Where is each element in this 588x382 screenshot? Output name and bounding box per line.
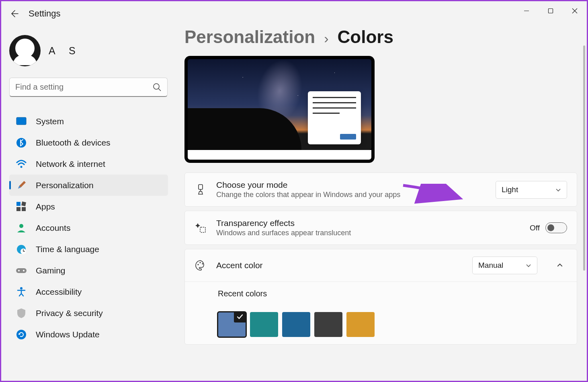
wifi-icon	[16, 158, 27, 170]
apps-icon	[16, 201, 27, 212]
mode-dropdown[interactable]: Light	[496, 181, 567, 199]
brush-icon	[195, 184, 207, 196]
sidebar-item-personalization[interactable]: Personalization	[9, 175, 168, 196]
accessibility-icon	[16, 286, 27, 298]
desktop-preview	[184, 56, 375, 163]
sidebar-item-label: Personalization	[36, 181, 94, 190]
app-title: Settings	[29, 8, 61, 19]
sidebar-item-label: Apps	[36, 202, 55, 212]
svg-rect-10	[16, 202, 20, 206]
chevron-right-icon: ›	[324, 31, 328, 46]
sidebar-item-time[interactable]: Time & language	[9, 238, 168, 260]
transparency-state: Off	[530, 224, 540, 232]
person-icon	[16, 222, 27, 234]
sidebar-item-label: Time & language	[36, 244, 99, 254]
search-box[interactable]	[9, 78, 168, 97]
avatar	[9, 35, 41, 66]
breadcrumb: Personalization › Colors	[184, 27, 577, 47]
palette-icon	[195, 259, 207, 271]
sidebar-item-label: System	[36, 117, 64, 126]
sidebar-item-accounts[interactable]: Accounts	[9, 217, 168, 238]
breadcrumb-current: Colors	[338, 27, 393, 47]
back-button[interactable]	[9, 9, 19, 18]
svg-point-4	[154, 84, 159, 89]
accent-collapse-button[interactable]	[553, 258, 567, 273]
paintbrush-icon	[16, 180, 27, 191]
svg-point-21	[16, 330, 26, 339]
svg-rect-12	[16, 207, 20, 211]
sidebar-item-label: Network & internet	[36, 159, 105, 169]
color-swatch[interactable]	[282, 312, 310, 337]
svg-rect-13	[22, 207, 26, 211]
svg-line-5	[159, 89, 161, 91]
svg-rect-17	[16, 268, 27, 273]
svg-point-24	[197, 264, 199, 265]
mode-value: Light	[502, 185, 518, 194]
breadcrumb-parent[interactable]: Personalization	[184, 27, 315, 47]
sidebar-item-bluetooth[interactable]: Bluetooth & devices	[9, 132, 168, 153]
search-icon	[153, 83, 162, 92]
user-profile[interactable]: A S	[9, 33, 168, 69]
color-swatch[interactable]	[314, 312, 342, 337]
scrollbar[interactable]	[583, 45, 585, 271]
transparency-title: Transparency effects	[216, 218, 520, 228]
sidebar-item-accessibility[interactable]: Accessibility	[9, 281, 168, 302]
chevron-down-icon	[526, 263, 531, 268]
sidebar-item-network[interactable]: Network & internet	[9, 153, 168, 175]
user-name: A S	[49, 45, 76, 57]
color-swatch[interactable]	[346, 312, 375, 337]
svg-point-26	[202, 263, 203, 264]
transparency-toggle[interactable]	[545, 222, 567, 233]
sidebar-item-label: Accessibility	[36, 287, 82, 297]
sidebar-item-label: Privacy & security	[36, 308, 103, 318]
svg-rect-1	[549, 9, 553, 13]
chevron-down-icon	[555, 187, 561, 193]
svg-point-25	[199, 262, 201, 263]
svg-point-9	[20, 166, 23, 168]
transparency-subtitle: Windows and surfaces appear translucent	[216, 229, 520, 237]
preview-window-card	[308, 91, 361, 144]
system-icon	[16, 116, 27, 127]
minimize-button[interactable]	[514, 1, 539, 21]
color-swatch[interactable]	[218, 312, 246, 337]
svg-point-20	[20, 287, 23, 290]
sparkle-icon	[195, 222, 207, 234]
gamepad-icon	[16, 265, 27, 276]
accent-dropdown[interactable]: Manual	[472, 257, 537, 274]
close-button[interactable]	[563, 1, 587, 21]
update-icon	[16, 329, 27, 340]
sidebar-item-system[interactable]: System	[9, 111, 168, 132]
sidebar-item-label: Accounts	[36, 223, 70, 233]
search-input[interactable]	[10, 78, 167, 96]
sidebar-item-gaming[interactable]: Gaming	[9, 260, 168, 281]
svg-rect-11	[21, 201, 26, 206]
bluetooth-icon	[16, 137, 27, 148]
svg-point-18	[18, 270, 20, 271]
shield-icon	[16, 308, 27, 319]
sidebar-item-label: Bluetooth & devices	[36, 138, 111, 148]
sidebar-item-update[interactable]: Windows Update	[9, 324, 168, 345]
sidebar-item-label: Windows Update	[36, 330, 100, 339]
sidebar-item-label: Gaming	[36, 266, 66, 275]
mode-subtitle: Change the colors that appear in Windows…	[216, 191, 486, 199]
chevron-up-icon	[557, 262, 563, 269]
svg-rect-22	[199, 185, 203, 189]
accent-value: Manual	[478, 261, 503, 270]
svg-rect-23	[200, 227, 205, 232]
mode-title: Choose your mode	[216, 180, 486, 190]
maximize-button[interactable]	[539, 1, 563, 21]
color-swatch[interactable]	[250, 312, 278, 337]
clock-globe-icon	[16, 244, 27, 255]
sidebar-item-privacy[interactable]: Privacy & security	[9, 302, 168, 324]
svg-rect-6	[16, 117, 26, 125]
recent-colors-label: Recent colors	[218, 289, 267, 298]
sidebar-item-apps[interactable]: Apps	[9, 196, 168, 217]
svg-point-19	[23, 270, 25, 271]
accent-title: Accent color	[216, 261, 463, 270]
svg-point-14	[19, 224, 23, 228]
